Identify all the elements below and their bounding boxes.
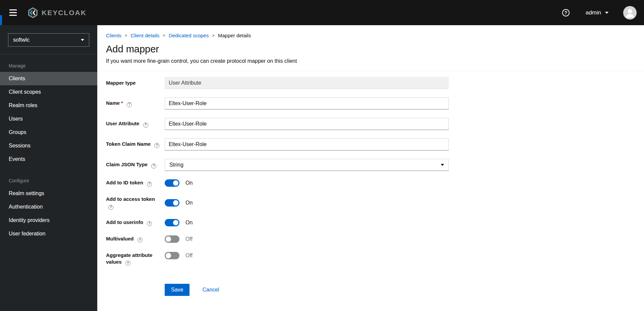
aggregate-attribute-values-toggle[interactable]	[165, 252, 179, 259]
name-input[interactable]	[165, 97, 449, 109]
help-icon[interactable]: ?	[147, 182, 152, 187]
sidebar-item-events[interactable]: Events	[0, 152, 97, 166]
token-claim-name-label: Token Claim Name ?	[106, 141, 165, 148]
form-actions: Save Cancel	[165, 284, 644, 296]
breadcrumb-separator: >	[125, 33, 127, 38]
claim-json-type-select[interactable]: String	[165, 159, 449, 171]
help-icon[interactable]: ?	[127, 102, 132, 107]
multivalued-label: Multivalued ?	[106, 235, 165, 243]
user-attribute-label: User Attribute ?	[106, 120, 165, 128]
add-to-userinfo-toggle[interactable]	[165, 219, 179, 226]
sidebar-item-groups[interactable]: Groups	[0, 126, 97, 139]
sidebar-item-user-federation[interactable]: User federation	[0, 227, 97, 240]
token-claim-name-input[interactable]	[165, 138, 449, 150]
form-field-add-to-userinfo: Add to userinfo ? On	[106, 219, 644, 226]
sidebar-item-sessions[interactable]: Sessions	[0, 139, 97, 152]
toggle-state-label: On	[185, 200, 193, 206]
help-icon[interactable]: ?	[151, 164, 156, 169]
hamburger-menu-icon[interactable]	[5, 5, 21, 20]
help-icon[interactable]: ?	[154, 143, 159, 148]
multivalued-toggle[interactable]	[165, 235, 179, 243]
add-to-id-token-toggle[interactable]	[165, 179, 179, 187]
brand-title: KEYCLOAK	[42, 9, 87, 17]
breadcrumb-clients[interactable]: Clients	[106, 33, 121, 38]
toggle-state-label: On	[185, 220, 193, 226]
form-field-token-claim-name: Token Claim Name ?	[106, 138, 644, 150]
realm-name: softwlc	[13, 37, 30, 43]
user-dropdown[interactable]: admin	[586, 9, 608, 16]
help-icon[interactable]: ?	[108, 205, 113, 210]
sidebar-item-clients[interactable]: Clients	[0, 72, 97, 85]
breadcrumb-dedicated-scopes[interactable]: Dedicated scopes	[169, 33, 209, 38]
breadcrumb-mapper-details: Mapper details	[218, 33, 251, 38]
breadcrumb-separator: >	[212, 33, 215, 38]
help-icon[interactable]: ?	[125, 261, 130, 266]
realm-selector-box: softwlc	[0, 25, 97, 54]
page-subtitle: If you want more fine-grain control, you…	[106, 58, 636, 64]
keycloak-brand[interactable]: KEYCLOAK	[27, 7, 87, 19]
form-field-add-to-access-token: Add to access token ? On	[106, 196, 644, 210]
help-icon[interactable]: ?	[147, 221, 152, 226]
main-content: Clients > Client details > Dedicated sco…	[97, 25, 644, 311]
select-value: String	[169, 162, 183, 168]
user-attribute-input[interactable]	[165, 118, 449, 130]
toggle-state-label: Off	[185, 253, 193, 259]
form-field-aggregate-attribute-values: Aggregate attribute values ? Off	[106, 252, 644, 266]
username: admin	[586, 9, 601, 16]
header-accent-bar	[0, 15, 2, 25]
form-field-add-to-id-token: Add to ID token ? On	[106, 179, 644, 187]
chevron-down-icon	[605, 12, 608, 14]
help-icon[interactable]: ?	[143, 123, 148, 128]
realm-selector[interactable]: softwlc	[8, 33, 89, 47]
help-icon[interactable]: ?	[138, 237, 143, 242]
sidebar-item-realm-settings[interactable]: Realm settings	[0, 187, 97, 200]
required-indicator: *	[121, 100, 123, 106]
add-to-id-token-label: Add to ID token ?	[106, 179, 165, 187]
nav-section-configure: Configure	[0, 166, 97, 187]
sidebar-item-authentication[interactable]: Authentication	[0, 200, 97, 214]
form-field-user-attribute: User Attribute ?	[106, 118, 644, 130]
masthead: KEYCLOAK ? admin	[0, 0, 644, 25]
form-field-claim-json-type: Claim JSON Type ? String	[106, 159, 644, 171]
sidebar-item-users[interactable]: Users	[0, 112, 97, 126]
keycloak-logo-icon	[27, 7, 39, 19]
sidebar-item-identity-providers[interactable]: Identity providers	[0, 214, 97, 227]
form-field-name: Name* ?	[106, 97, 644, 109]
toggle-state-label: On	[185, 180, 193, 186]
breadcrumb-client-details[interactable]: Client details	[130, 33, 159, 38]
toggle-state-label: Off	[185, 236, 193, 242]
add-mapper-form: Mapper type Name* ? User Attribute ?	[97, 71, 644, 296]
add-to-access-token-toggle[interactable]	[165, 199, 179, 207]
sidebar-nav: softwlc Manage Clients Client scopes Rea…	[0, 25, 97, 311]
chevron-down-icon	[441, 164, 444, 166]
breadcrumb: Clients > Client details > Dedicated sco…	[106, 33, 636, 38]
page-title: Add mapper	[106, 44, 636, 55]
nav-section-manage: Manage	[0, 54, 97, 72]
save-button[interactable]: Save	[165, 284, 190, 296]
breadcrumb-separator: >	[163, 33, 165, 38]
avatar[interactable]	[623, 6, 637, 19]
mapper-type-input	[165, 77, 449, 89]
form-field-mapper-type: Mapper type	[106, 77, 644, 89]
help-icon[interactable]: ?	[562, 9, 570, 16]
sidebar-item-client-scopes[interactable]: Client scopes	[0, 85, 97, 99]
aggregate-attribute-values-label: Aggregate attribute values ?	[106, 252, 165, 266]
add-to-access-token-label: Add to access token ?	[106, 196, 165, 210]
keycloak-admin-console: KEYCLOAK ? admin softwlc	[0, 0, 644, 311]
add-to-userinfo-label: Add to userinfo ?	[106, 219, 165, 226]
chevron-down-icon	[81, 39, 84, 41]
claim-json-type-label: Claim JSON Type ?	[106, 161, 165, 169]
sidebar-item-realm-roles[interactable]: Realm roles	[0, 99, 97, 112]
form-field-multivalued: Multivalued ? Off	[106, 235, 644, 243]
name-label: Name* ?	[106, 100, 165, 107]
cancel-button[interactable]: Cancel	[202, 287, 219, 293]
mapper-type-label: Mapper type	[106, 80, 165, 86]
